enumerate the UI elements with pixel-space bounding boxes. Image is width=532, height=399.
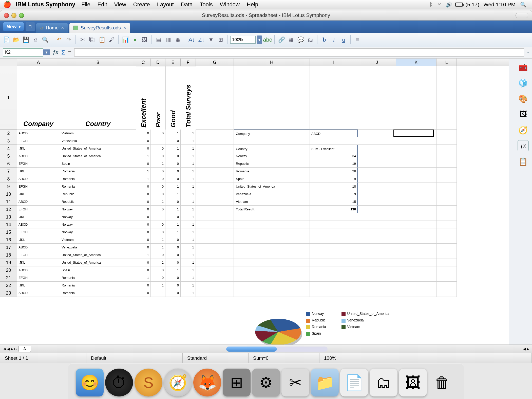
cell[interactable]: Romania bbox=[60, 289, 136, 297]
cell[interactable]: ABCD bbox=[17, 175, 60, 183]
cell[interactable]: 0 bbox=[151, 152, 165, 160]
cell[interactable] bbox=[396, 198, 436, 206]
cell[interactable] bbox=[310, 266, 358, 274]
cell[interactable]: Vietnam bbox=[60, 130, 136, 137]
cell[interactable] bbox=[196, 198, 234, 206]
cell[interactable] bbox=[196, 168, 234, 175]
cell[interactable]: Republic bbox=[60, 198, 136, 206]
pie-chart[interactable]: NorwayUnited_States_of_AmericaRepublicVe… bbox=[255, 309, 389, 344]
cell[interactable] bbox=[436, 274, 457, 282]
cell[interactable]: Total Result bbox=[234, 206, 310, 213]
toolbar-toggle-button[interactable] bbox=[516, 13, 528, 18]
cell[interactable]: 1 bbox=[165, 130, 181, 137]
cell[interactable]: Sum - Excellent bbox=[310, 145, 358, 152]
cell[interactable]: 9 bbox=[310, 175, 358, 183]
cell[interactable]: Vietnam bbox=[60, 236, 136, 244]
comment-icon[interactable]: 💬 bbox=[296, 35, 305, 44]
cell[interactable]: 1 bbox=[151, 289, 165, 297]
minimize-window-button[interactable] bbox=[11, 13, 16, 18]
cell[interactable] bbox=[396, 206, 436, 213]
cell[interactable] bbox=[234, 66, 310, 130]
column-header-F[interactable]: F bbox=[181, 59, 196, 66]
cell[interactable]: 0 bbox=[165, 168, 181, 175]
italic-button[interactable]: i bbox=[330, 35, 338, 44]
cell-reference-input[interactable] bbox=[3, 48, 43, 57]
row-header[interactable]: 12 bbox=[0, 206, 17, 213]
cell[interactable] bbox=[310, 228, 358, 236]
cell[interactable]: Republic bbox=[60, 190, 136, 198]
cell[interactable]: 0 bbox=[136, 266, 151, 274]
expand-formula-icon[interactable]: ≡ bbox=[527, 50, 529, 54]
cell[interactable] bbox=[196, 251, 234, 259]
row-header[interactable]: 5 bbox=[0, 152, 17, 160]
menu-tools[interactable]: Tools bbox=[200, 1, 213, 8]
cell[interactable]: 0 bbox=[136, 244, 151, 251]
cell[interactable]: Romania bbox=[60, 175, 136, 183]
column-header-B[interactable]: B bbox=[60, 59, 136, 66]
cell[interactable] bbox=[196, 274, 234, 282]
column-header-H[interactable]: H bbox=[234, 59, 310, 66]
filter-icon[interactable]: ▼ bbox=[207, 35, 215, 44]
cell[interactable]: 0 bbox=[136, 190, 151, 198]
cell[interactable] bbox=[436, 137, 457, 145]
cell[interactable]: 1 bbox=[181, 198, 196, 206]
toolbox-icon[interactable]: 🧰 bbox=[518, 62, 529, 73]
cell[interactable] bbox=[436, 160, 457, 168]
link-icon[interactable]: 🔗 bbox=[277, 35, 286, 44]
cell[interactable]: 1 bbox=[151, 236, 165, 244]
cell[interactable] bbox=[196, 228, 234, 236]
row-header[interactable]: 3 bbox=[0, 137, 17, 145]
cell[interactable]: EFGH bbox=[17, 183, 60, 190]
cell[interactable]: Venezuela bbox=[60, 137, 136, 145]
formula-input[interactable] bbox=[74, 48, 524, 57]
cell[interactable]: 0 bbox=[165, 274, 181, 282]
cell[interactable]: Vietnam bbox=[234, 198, 310, 206]
cell[interactable] bbox=[396, 160, 436, 168]
cell[interactable] bbox=[396, 259, 436, 266]
cell[interactable]: 1 bbox=[181, 145, 196, 152]
spaces-icon[interactable]: ⊞ bbox=[223, 369, 251, 396]
cell[interactable] bbox=[396, 213, 436, 221]
scroll-left-icon[interactable]: ◀ bbox=[523, 347, 526, 351]
cell[interactable]: 0 bbox=[165, 213, 181, 221]
cell[interactable]: 0 bbox=[165, 236, 181, 244]
cell[interactable] bbox=[358, 213, 396, 221]
cell-ref-dropdown-icon[interactable]: ▼ bbox=[43, 49, 50, 55]
cell[interactable]: 0 bbox=[151, 130, 165, 137]
cell[interactable] bbox=[396, 137, 436, 145]
cell[interactable] bbox=[234, 213, 310, 221]
column-header-D[interactable]: D bbox=[151, 59, 165, 66]
cell[interactable]: Romania bbox=[60, 183, 136, 190]
clock[interactable]: Wed 1:10 PM bbox=[483, 2, 516, 8]
cell[interactable]: ABCD bbox=[17, 266, 60, 274]
column-header-I[interactable]: I bbox=[310, 59, 358, 66]
cell[interactable] bbox=[196, 221, 234, 228]
cell[interactable] bbox=[234, 221, 310, 228]
automator-icon[interactable]: ✂ bbox=[281, 369, 309, 396]
cell[interactable] bbox=[396, 274, 436, 282]
sort-desc-icon[interactable]: Z↓ bbox=[197, 35, 206, 44]
underline-button[interactable]: u bbox=[339, 35, 348, 44]
status-zoom[interactable]: 100% bbox=[319, 353, 532, 363]
cell[interactable]: 1 bbox=[181, 183, 196, 190]
paste-icon[interactable]: 📋 bbox=[98, 35, 106, 44]
row-header[interactable]: 13 bbox=[0, 213, 17, 221]
cell[interactable]: Romania bbox=[60, 168, 136, 175]
status-sum[interactable]: Sum=0 bbox=[249, 353, 319, 363]
cell[interactable]: 1 bbox=[165, 228, 181, 236]
cell[interactable] bbox=[358, 228, 396, 236]
row-header[interactable]: 18 bbox=[0, 251, 17, 259]
cell[interactable]: 1 bbox=[181, 274, 196, 282]
battery-icon[interactable] bbox=[455, 3, 463, 7]
cell[interactable] bbox=[310, 289, 358, 297]
tab-home[interactable]: ⌂ Home × bbox=[36, 23, 68, 33]
row-header[interactable]: 16 bbox=[0, 236, 17, 244]
cell[interactable] bbox=[234, 228, 310, 236]
cell[interactable] bbox=[396, 183, 436, 190]
autofilter-icon[interactable]: ⊞ bbox=[216, 35, 225, 44]
cell[interactable]: 1 bbox=[181, 289, 196, 297]
scroll-right-icon[interactable]: ▶ bbox=[527, 347, 529, 351]
app-name[interactable]: IBM Lotus Symphony bbox=[16, 1, 75, 8]
bluetooth-icon[interactable]: ᛒ bbox=[430, 2, 433, 7]
cell[interactable] bbox=[358, 244, 396, 251]
